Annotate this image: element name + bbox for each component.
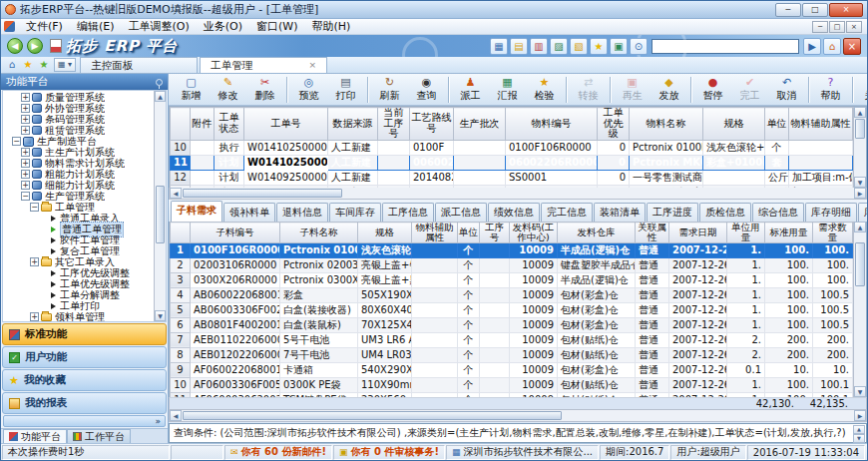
grid-row[interactable]: 10100F106R0000Pctronix 0100F浅灰色滚轮个10009半…	[171, 242, 853, 257]
grid-row[interactable]: 7AEB0110220600005号干电池UM3 LR6 AA个10009包材(…	[171, 332, 853, 347]
tree-scrollbar[interactable]: ▲ ▼	[154, 91, 166, 321]
column-header[interactable]: 物料编号	[506, 108, 598, 141]
mdi-minimize-button[interactable]: ─	[812, 21, 828, 33]
detail-tab[interactable]: 装箱清单	[594, 203, 646, 222]
detail-tab[interactable]: 综合信息	[752, 203, 804, 222]
grid-row[interactable]: 10AF06003306F00500300K PE袋110X90mm+个1000…	[171, 377, 853, 392]
menu-item[interactable]: 业务(O)	[197, 19, 249, 35]
column-header[interactable]: 规格	[703, 108, 765, 141]
column-header[interactable]: 物料名称	[630, 108, 703, 141]
menu-item[interactable]: 编辑(E)	[70, 19, 122, 35]
collapse-icon[interactable]: −	[12, 137, 21, 146]
column-header[interactable]: 标准用量	[765, 223, 813, 243]
maximize-button[interactable]: □	[802, 3, 828, 17]
menu-item[interactable]: 文件(F)	[19, 19, 70, 35]
column-header[interactable]: 工序号	[480, 223, 510, 243]
expand-icon[interactable]: +	[21, 148, 30, 157]
panel-standard-functions[interactable]: 标准功能	[2, 323, 167, 345]
home-button[interactable]: ⌂	[823, 38, 841, 55]
quick-search-input[interactable]	[651, 39, 799, 54]
detail-tab[interactable]: 派工信息	[435, 203, 487, 222]
forward-button[interactable]: ▶	[27, 38, 43, 54]
grid-row[interactable]: 30300X206R0000Pctronix 0300X亮银上盖+黑个10009…	[171, 272, 853, 287]
column-header[interactable]: 发料码(工作中心)	[510, 223, 558, 243]
preview-button[interactable]: ◎预览	[290, 75, 327, 105]
column-header[interactable]: 单位	[765, 108, 789, 141]
column-header[interactable]: 工单号	[244, 108, 328, 141]
tab-work-platform[interactable]: 工作平台	[67, 429, 131, 443]
report-button[interactable]: ▦汇报	[489, 75, 526, 105]
panel-my-favorites[interactable]: ★ 我的收藏	[2, 369, 167, 391]
expand-icon[interactable]: +	[21, 170, 30, 179]
tab-close-icon[interactable]: ×	[309, 58, 317, 73]
notebook-icon[interactable]: ▥	[530, 38, 548, 55]
detail-tab[interactable]: 工序信息	[382, 203, 434, 222]
column-header[interactable]: 发料仓库	[558, 223, 636, 243]
views-dropdown-button[interactable]: ▦ ▾	[54, 58, 76, 72]
expand-icon[interactable]: +	[21, 115, 30, 124]
collapse-icon[interactable]: −	[30, 203, 39, 212]
orders-horizontal-scrollbar[interactable]: ◀ ▶	[169, 188, 867, 200]
collapse-icon[interactable]: −	[21, 192, 30, 201]
detail-tab[interactable]: 退料信息	[276, 203, 328, 222]
menu-item[interactable]: 帮助(H)	[304, 19, 357, 35]
column-header[interactable]: 物料辅助属性	[412, 223, 458, 243]
grid-row[interactable]: 9AF0600220680010卡通箱540X290X41个10009包材(彩盒…	[171, 362, 853, 377]
detail-tab[interactable]: 完工信息	[541, 203, 593, 222]
run-button[interactable]: ▶	[803, 38, 821, 55]
home-icon[interactable]: ⌂	[4, 58, 20, 73]
column-header[interactable]: 工单状态	[215, 108, 244, 141]
column-header[interactable]	[171, 223, 191, 243]
column-header[interactable]: 规格	[358, 223, 412, 243]
minimize-button[interactable]: ─	[775, 3, 801, 17]
favorites-icon[interactable]: ★	[590, 38, 608, 55]
detail-tab[interactable]: 工序进度	[647, 203, 698, 222]
delete-button[interactable]: ✂删除	[246, 75, 283, 105]
close-window-button[interactable]: ×	[829, 3, 863, 17]
column-header[interactable]: 单位	[458, 223, 480, 243]
layout-icon[interactable]: ▦	[490, 38, 508, 55]
transfer-button[interactable]: ⇄转接	[570, 75, 607, 105]
close-button[interactable]: ⊗关闭	[856, 75, 867, 105]
grid-row[interactable]: 202003106R0000Pctronix 02003亮银上盖+银个10009…	[171, 257, 853, 272]
expand-icon[interactable]: +	[21, 181, 30, 190]
expand-icon[interactable]: +	[30, 257, 39, 266]
cancel-button[interactable]: ↶取消	[768, 75, 805, 105]
panel-my-reports[interactable]: 我的报表	[2, 392, 167, 414]
tree-item[interactable]: +领料单管理	[3, 311, 154, 321]
query-scroll-spinner[interactable]: ▲▼	[853, 425, 865, 441]
grid-row[interactable]: 6AB0801F40020010白盒(装鼠标)70X125X40m个10009包…	[171, 317, 853, 332]
panel-overflow-strip[interactable]: »	[3, 415, 166, 427]
column-header[interactable]: 当前工序号	[378, 108, 410, 141]
detail-tab[interactable]: 子料需求	[171, 201, 222, 222]
tab-main-dashboard[interactable]: 主控面板	[80, 57, 198, 73]
expand-icon[interactable]: +	[30, 312, 39, 321]
column-header[interactable]: 工艺路线号	[410, 108, 454, 141]
org-chart-icon[interactable]: ▨	[550, 38, 568, 55]
tab-function-platform[interactable]: 功能平台	[3, 429, 67, 443]
grid-row[interactable]: 5AB06003306F0020白盒(装接收器)80X60X40mm个10009…	[171, 302, 853, 317]
expand-icon[interactable]: +	[21, 93, 30, 102]
column-header[interactable]: 关联属性	[636, 223, 669, 243]
detail-tab[interactable]: 质检信息	[699, 203, 751, 222]
column-header[interactable]: 单位用量	[727, 223, 765, 243]
detail-tab[interactable]: 领补料单	[223, 203, 275, 222]
monitor-icon[interactable]: ▣	[610, 38, 628, 55]
release-button[interactable]: ◆发放	[651, 75, 687, 105]
edit-button[interactable]: ✎修改	[210, 75, 246, 105]
pin-icon[interactable]	[156, 79, 163, 86]
query-button[interactable]: ◉查询	[408, 75, 445, 105]
finish-button[interactable]: ✔完工	[731, 75, 768, 105]
expand-icon[interactable]: +	[21, 159, 30, 168]
grid-row[interactable]: 11计划W014102500008人工新建00600206002206R0000…	[171, 155, 853, 170]
menu-item[interactable]: 工单调整(O)	[121, 19, 196, 35]
menu-item[interactable]: 窗口(W)	[249, 19, 304, 35]
inspect-button[interactable]: ★检验	[526, 75, 563, 105]
column-header[interactable]: 生产批次	[454, 108, 506, 141]
column-header[interactable]: 数据来源	[328, 108, 378, 141]
detail-horizontal-scrollbar[interactable]: ◀ ▶	[169, 410, 867, 422]
expand-icon[interactable]: +	[21, 126, 30, 135]
mail-notice[interactable]: ✉ 你有 60 份新邮件!	[224, 445, 332, 460]
expand-icon[interactable]: +	[21, 104, 30, 113]
column-header[interactable]	[171, 108, 191, 141]
